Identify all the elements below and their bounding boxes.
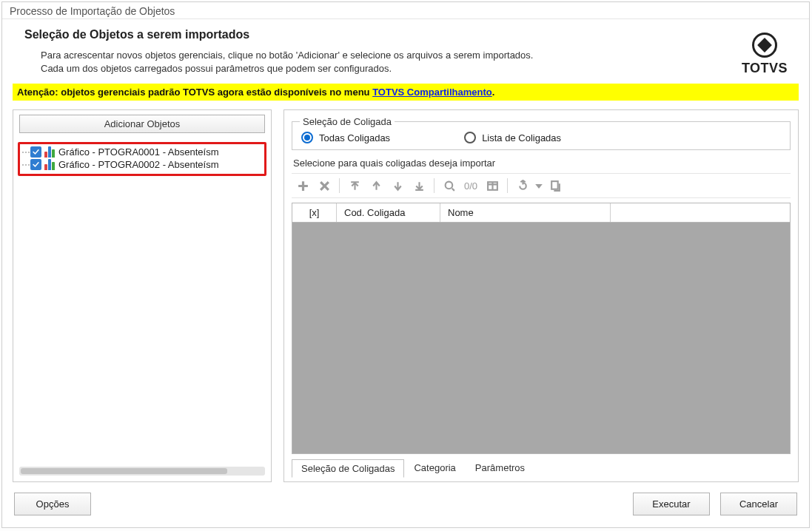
page-description: Para acrescentar novos objetos gerenciai… bbox=[24, 49, 734, 75]
body-area: Adicionar Objetos ⋯ Gráfico - PTOGRA0001… bbox=[2, 104, 809, 482]
desc-line-2: Cada um dos objetos carregados possui pa… bbox=[41, 63, 392, 74]
toolbar-separator bbox=[507, 178, 508, 193]
notice-prefix: Atenção: objetos gerenciais padrão TOTVS… bbox=[17, 87, 372, 98]
tab-categoria[interactable]: Categoria bbox=[404, 459, 465, 477]
grid-col-cod-coligada[interactable]: Cod. Coligada bbox=[337, 203, 440, 222]
coligada-sub-label: Selecione para quais coligadas deseja im… bbox=[293, 158, 791, 169]
toolbar-separator bbox=[339, 178, 340, 193]
radio-list-label: Lista de Coligadas bbox=[482, 132, 561, 143]
totvs-logo-icon bbox=[752, 33, 777, 58]
coligada-legend: Seleção de Coligada bbox=[300, 116, 395, 127]
tree-connector-icon: ⋯ bbox=[21, 160, 30, 170]
first-page-button[interactable] bbox=[345, 177, 364, 195]
object-item-label: Gráfico - PTOGRA0001 - Absenteísm bbox=[58, 146, 219, 158]
notice-suffix: . bbox=[492, 87, 495, 98]
brand-logo-text: TOTVS bbox=[734, 61, 796, 76]
objects-panel: Adicionar Objetos ⋯ Gráfico - PTOGRA0001… bbox=[13, 109, 272, 482]
coligada-radio-row: Todas Coligadas Lista de Coligadas bbox=[300, 132, 782, 143]
import-window: Processo de Importação de Objetos Seleçã… bbox=[1, 1, 810, 528]
page-title: Seleção de Objetos a serem importados bbox=[24, 28, 734, 41]
object-item-label: Gráfico - PTOGRA0002 - Absenteísm bbox=[58, 159, 219, 170]
prev-page-button[interactable] bbox=[366, 177, 386, 195]
brand-logo: TOTVS bbox=[734, 28, 796, 76]
chart-icon bbox=[44, 159, 55, 170]
tab-parametros[interactable]: Parâmetros bbox=[466, 459, 534, 477]
header-area: Seleção de Objetos a serem importados Pa… bbox=[2, 19, 809, 78]
svg-rect-2 bbox=[551, 181, 558, 189]
svg-point-0 bbox=[445, 181, 452, 189]
radio-all-label: Todas Coligadas bbox=[319, 132, 390, 143]
checkbox-checked-icon[interactable] bbox=[30, 146, 41, 158]
totvs-share-link[interactable]: TOTVS Compartilhamento bbox=[372, 87, 492, 98]
chart-icon bbox=[44, 146, 55, 158]
grid-col-nome[interactable]: Nome bbox=[440, 203, 611, 222]
window-titlebar: Processo de Importação de Objetos bbox=[2, 2, 809, 19]
export-button[interactable] bbox=[513, 177, 532, 195]
execute-button[interactable]: Executar bbox=[633, 493, 710, 515]
object-item-2[interactable]: ⋯ Gráfico - PTOGRA0002 - Absenteísm bbox=[21, 158, 263, 171]
grid-toolbar: 0/0 bbox=[292, 173, 791, 198]
copy-button[interactable] bbox=[546, 177, 565, 195]
horizontal-scrollbar[interactable] bbox=[19, 467, 265, 476]
coligada-panel: Seleção de Coligada Todas Coligadas List… bbox=[283, 109, 799, 482]
footer-buttons: Opções Executar Cancelar bbox=[2, 482, 809, 527]
bottom-tabs: Seleção de Coligadas Categoria Parâmetro… bbox=[292, 459, 791, 477]
radio-list-coligadas[interactable]: Lista de Coligadas bbox=[464, 132, 561, 143]
object-item-1[interactable]: ⋯ Gráfico - PTOGRA0001 - Absenteísm bbox=[21, 146, 263, 158]
radio-selected-icon bbox=[301, 132, 313, 143]
checkbox-checked-icon[interactable] bbox=[30, 159, 41, 170]
objects-tree[interactable]: ⋯ Gráfico - PTOGRA0001 - Absenteísm ⋯ bbox=[13, 138, 271, 464]
window-title: Processo de Importação de Objetos bbox=[10, 5, 175, 17]
coligada-fieldset: Seleção de Coligada Todas Coligadas List… bbox=[292, 116, 791, 150]
tree-connector-icon: ⋯ bbox=[21, 147, 30, 158]
last-page-button[interactable] bbox=[409, 177, 429, 195]
footer-right: Executar Cancelar bbox=[633, 493, 797, 515]
next-page-button[interactable] bbox=[388, 177, 407, 195]
options-button[interactable]: Opções bbox=[14, 493, 91, 515]
toolbar-separator bbox=[434, 178, 434, 193]
desc-line-1: Para acrescentar novos objetos gerenciai… bbox=[41, 50, 533, 61]
columns-button[interactable] bbox=[483, 177, 502, 195]
delete-row-button[interactable] bbox=[315, 177, 334, 195]
radio-all-coligadas[interactable]: Todas Coligadas bbox=[301, 132, 390, 143]
cancel-button[interactable]: Cancelar bbox=[720, 493, 797, 515]
search-button[interactable] bbox=[440, 177, 459, 195]
attention-notice: Atenção: objetos gerenciais padrão TOTVS… bbox=[13, 84, 799, 101]
highlighted-items-box: ⋯ Gráfico - PTOGRA0001 - Absenteísm ⋯ bbox=[18, 142, 266, 176]
radio-unselected-icon bbox=[464, 132, 476, 143]
export-dropdown-icon[interactable] bbox=[534, 177, 543, 195]
page-indicator: 0/0 bbox=[461, 180, 480, 192]
coligada-grid[interactable]: [x] Cod. Coligada Nome bbox=[292, 203, 791, 454]
add-objects-button[interactable]: Adicionar Objetos bbox=[19, 115, 265, 133]
header-left: Seleção de Objetos a serem importados Pa… bbox=[24, 28, 734, 76]
grid-col-select[interactable]: [x] bbox=[292, 203, 337, 222]
grid-empty-body bbox=[292, 223, 790, 453]
tab-selecao-coligadas[interactable]: Seleção de Coligadas bbox=[292, 459, 404, 478]
add-row-button[interactable] bbox=[293, 177, 312, 195]
grid-header-row: [x] Cod. Coligada Nome bbox=[292, 203, 790, 223]
